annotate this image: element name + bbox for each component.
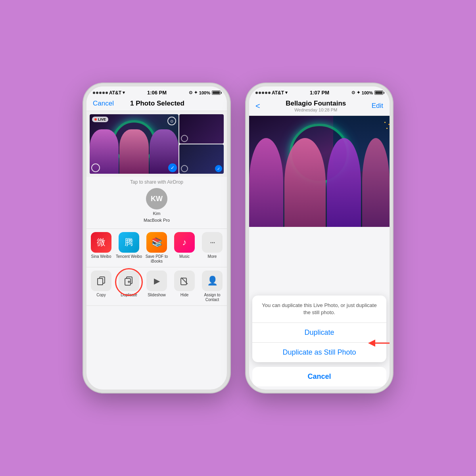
p2-carrier-label: AT&T [272, 90, 284, 96]
hide-icon [174, 271, 195, 291]
p2-battery-icon [374, 90, 383, 95]
phone2: AT&T ▾ 1:07 PM ⊙ ✦ 100% < Bellagio Fount… [246, 83, 393, 393]
cancel-button[interactable]: Cancel [93, 100, 114, 107]
thumb-bottom[interactable]: ✓ [179, 144, 224, 174]
assign-icon: 👤 [202, 271, 223, 291]
person-icon: 👤 [207, 276, 218, 286]
faces-row [90, 129, 178, 174]
phone1: AT&T ▾ 1:06 PM ⊙ ✦ 100% Cancel 1 Photo S… [83, 83, 230, 393]
thumb-circle-btn[interactable] [181, 135, 188, 142]
side-thumbs: ✓ [179, 114, 224, 174]
tencent-label: Tencent Weibo [116, 254, 142, 259]
status-left2: AT&T ▾ [255, 90, 288, 96]
wifi-icon: ▾ [123, 90, 125, 95]
duplicate-icon [119, 271, 139, 291]
red-arrow-container [368, 337, 393, 351]
hide-label: Hide [180, 293, 189, 298]
signal-dot-5 [106, 92, 108, 94]
detail-face4 [362, 138, 390, 227]
live-badge: LIVE [92, 117, 108, 122]
contact-item[interactable]: KW Kim MacBook Pro [143, 188, 171, 223]
actions-row: Copy Duplicate ▶ Slidesho [86, 267, 227, 306]
ibooks-symbol: 📚 [152, 237, 162, 248]
detail-title: Bellagio Fountains [286, 100, 346, 107]
p2-bluetooth-icon: ✦ [357, 90, 360, 95]
phone2-status-bar: AT&T ▾ 1:07 PM ⊙ ✦ 100% [249, 86, 390, 97]
music-label: Music [179, 254, 190, 259]
detail-face1 [249, 138, 283, 227]
detail-nav-center: Bellagio Fountains Wednesday 10:28 PM [286, 100, 346, 112]
nav-title: 1 Photo Selected [130, 100, 184, 107]
p2-battery-label: 100% [362, 90, 373, 95]
slideshow-icon: ▶ [146, 271, 167, 291]
action-hide[interactable]: Hide [171, 271, 198, 302]
location-icon: ⊙ [189, 90, 192, 95]
music-icon: ♪ [174, 232, 195, 253]
p2-dot2 [259, 92, 261, 94]
weibo-icon: 微 [91, 232, 111, 253]
action-sheet-cancel[interactable]: Cancel [252, 367, 386, 386]
tencent-icon: 腾 [119, 232, 139, 253]
contact-name: Kim [153, 211, 161, 216]
tencent-symbol: 腾 [125, 236, 133, 248]
action-assign[interactable]: 👤 Assign to Contact [199, 271, 225, 302]
share-app-more[interactable]: ··· More [199, 232, 225, 264]
airdrop-section: Tap to share with AirDrop KW Kim MacBook… [86, 177, 227, 228]
phone1-status-bar: AT&T ▾ 1:06 PM ⊙ ✦ 100% [86, 86, 227, 97]
contact-device: MacBook Pro [144, 218, 170, 223]
share-app-tencent[interactable]: 腾 Tencent Weibo [116, 232, 142, 264]
duplicate-button[interactable]: Duplicate [252, 323, 386, 343]
signal-dots [93, 92, 108, 94]
duplicate-still-button[interactable]: Duplicate as Still Photo [252, 343, 386, 362]
carrier-label: AT&T [109, 90, 121, 96]
action-duplicate[interactable]: Duplicate [116, 271, 142, 302]
back-button[interactable]: < [255, 102, 260, 111]
ibooks-icon: 📚 [146, 232, 167, 253]
play-icon: ▶ [154, 276, 160, 286]
edit-button[interactable]: Edit [372, 102, 383, 110]
thumb-top[interactable] [179, 114, 224, 144]
battery-fill [213, 91, 220, 94]
share-app-ibooks[interactable]: 📚 Save PDF to iBooks [144, 232, 170, 264]
battery-label: 100% [199, 90, 210, 95]
share-app-weibo[interactable]: 微 Sina Weibo [88, 232, 114, 264]
signal-dot-4 [102, 92, 105, 94]
p2-location-icon: ⊙ [351, 90, 355, 95]
copy-label: Copy [96, 293, 106, 298]
weibo-symbol: 微 [97, 236, 106, 248]
signal-dots2 [255, 92, 271, 94]
selected-badge: ✓ [168, 163, 177, 172]
live-dot [94, 118, 97, 121]
slideshow-label: Slideshow [148, 293, 166, 298]
p2-dot4 [265, 92, 267, 94]
detail-face3 [327, 138, 361, 227]
p2-wifi-icon: ▾ [285, 90, 288, 95]
bluetooth-icon: ✦ [194, 90, 198, 95]
svg-rect-1 [98, 278, 103, 285]
red-arrow-svg [368, 337, 393, 349]
airdrop-contacts: KW Kim MacBook Pro [93, 185, 221, 226]
p2-time-label: 1:07 PM [310, 90, 329, 96]
spacer1 [86, 306, 227, 390]
signal-dot-1 [93, 92, 95, 94]
copy-icon [91, 271, 111, 291]
photo-grid: LIVE ✓ ⊙ ✓ [86, 111, 227, 177]
detail-face2 [284, 138, 326, 227]
settings-icon: ⊙ [167, 117, 176, 125]
face2 [119, 129, 148, 174]
phone1-nav-bar: Cancel 1 Photo Selected [86, 97, 227, 111]
p2-dot5 [268, 92, 271, 94]
more-symbol: ··· [210, 237, 215, 248]
assign-label: Assign to Contact [199, 293, 225, 302]
live-circle-btn[interactable] [91, 163, 100, 172]
share-app-music[interactable]: ♪ Music [171, 232, 198, 264]
signal-dot-3 [99, 92, 102, 94]
more-icon: ··· [202, 232, 223, 253]
thumb2-circle-btn[interactable] [181, 165, 188, 172]
share-apps-row: 微 Sina Weibo 腾 Tencent Weibo 📚 Save PDF … [86, 228, 227, 267]
detail-faces [249, 138, 390, 227]
main-photo-thumb[interactable]: LIVE ✓ ⊙ [90, 114, 178, 174]
action-copy[interactable]: Copy [88, 271, 114, 302]
status-left: AT&T ▾ [93, 90, 125, 96]
action-slideshow[interactable]: ▶ Slideshow [144, 271, 170, 302]
